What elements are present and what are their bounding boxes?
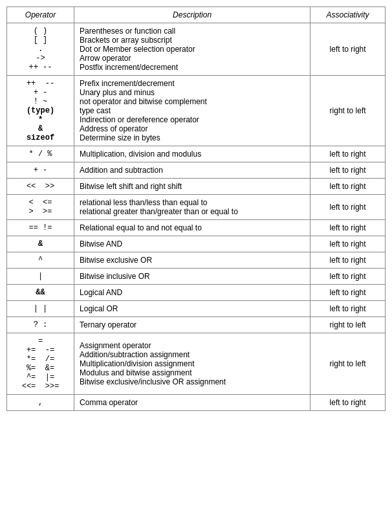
- associativity-cell: right to left: [310, 76, 386, 146]
- table-row: =+= -=*= /=%= &=^= |=<<= >>=Assignment o…: [7, 333, 386, 395]
- table-row: ( )[ ].->++ --Parentheses or function ca…: [7, 23, 386, 76]
- associativity-cell: left to right: [310, 395, 386, 411]
- table-row: ,Comma operatorleft to right: [7, 395, 386, 411]
- description-cell: Addition and subtraction: [74, 162, 310, 179]
- description-cell: relational less than/less than equal tor…: [74, 195, 310, 220]
- operator-cell: =+= -=*= /=%= &=^= |=<<= >>=: [7, 333, 74, 395]
- operator-cell: ? :: [7, 317, 74, 333]
- associativity-cell: left to right: [310, 220, 386, 236]
- description-cell: Comma operator: [74, 395, 310, 411]
- associativity-cell: left to right: [310, 269, 386, 285]
- table-row: ? :Ternary operatorright to left: [7, 317, 386, 333]
- operator-cell: ^: [7, 252, 74, 269]
- operator-cell: == !=: [7, 220, 74, 236]
- header-description: Description: [74, 7, 310, 23]
- operator-cell: | |: [7, 301, 74, 317]
- operator-cell: &: [7, 236, 74, 252]
- table-row: ^Bitwise exclusive ORleft to right: [7, 252, 386, 269]
- associativity-cell: left to right: [310, 301, 386, 317]
- operator-cell: * / %: [7, 146, 74, 162]
- description-cell: Prefix increment/decrementUnary plus and…: [74, 76, 310, 146]
- operator-cell: |: [7, 269, 74, 285]
- operator-cell: << >>: [7, 179, 74, 195]
- description-cell: Bitwise inclusive OR: [74, 269, 310, 285]
- description-cell: Bitwise exclusive OR: [74, 252, 310, 269]
- operator-table: Operator Description Associativity ( )[ …: [6, 6, 386, 411]
- operator-cell: ,: [7, 395, 74, 411]
- table-row: == !=Relational equal to and not equal t…: [7, 220, 386, 236]
- operator-cell: < <=> >=: [7, 195, 74, 220]
- description-cell: Assignment operatorAddition/subtraction …: [74, 333, 310, 395]
- associativity-cell: left to right: [310, 252, 386, 269]
- table-row: |Bitwise inclusive ORleft to right: [7, 269, 386, 285]
- operator-cell: ++ --+ -! ~(type)*&sizeof: [7, 76, 74, 146]
- table-row: + -Addition and subtractionleft to right: [7, 162, 386, 179]
- header-associativity: Associativity: [310, 7, 386, 23]
- associativity-cell: left to right: [310, 285, 386, 301]
- associativity-cell: right to left: [310, 333, 386, 395]
- table-row: &Bitwise ANDleft to right: [7, 236, 386, 252]
- operator-cell: &&: [7, 285, 74, 301]
- description-cell: Ternary operator: [74, 317, 310, 333]
- associativity-cell: left to right: [310, 23, 386, 76]
- associativity-cell: right to left: [310, 317, 386, 333]
- table-row: ++ --+ -! ~(type)*&sizeofPrefix incremen…: [7, 76, 386, 146]
- associativity-cell: left to right: [310, 162, 386, 179]
- operator-cell: + -: [7, 162, 74, 179]
- table-row: * / %Multiplication, division and modulu…: [7, 146, 386, 162]
- associativity-cell: left to right: [310, 236, 386, 252]
- description-cell: Parentheses or function callBrackets or …: [74, 23, 310, 76]
- table-row: << >>Bitwise left shift and right shiftl…: [7, 179, 386, 195]
- operator-cell: ( )[ ].->++ --: [7, 23, 74, 76]
- description-cell: Logical AND: [74, 285, 310, 301]
- table-row: &&Logical ANDleft to right: [7, 285, 386, 301]
- description-cell: Logical OR: [74, 301, 310, 317]
- table-row: < <=> >=relational less than/less than e…: [7, 195, 386, 220]
- description-cell: Bitwise left shift and right shift: [74, 179, 310, 195]
- description-cell: Relational equal to and not equal to: [74, 220, 310, 236]
- description-cell: Bitwise AND: [74, 236, 310, 252]
- table-row: | |Logical ORleft to right: [7, 301, 386, 317]
- description-cell: Multiplication, division and modulus: [74, 146, 310, 162]
- header-operator: Operator: [7, 7, 74, 23]
- associativity-cell: left to right: [310, 146, 386, 162]
- associativity-cell: left to right: [310, 179, 386, 195]
- associativity-cell: left to right: [310, 195, 386, 220]
